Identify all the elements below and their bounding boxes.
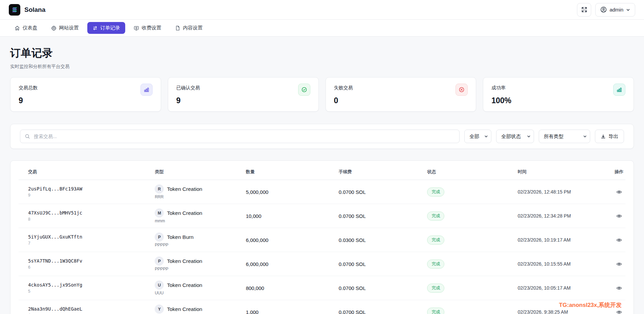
col-header-time: 时间 <box>515 163 604 180</box>
table-body: 2usPifLq...BFc193AW 9 R Token Creation R… <box>19 180 625 314</box>
type-select[interactable]: 所有类型 <box>539 130 590 143</box>
status-badge: 完成 <box>427 260 444 269</box>
status-badge: 完成 <box>427 308 444 314</box>
col-header-fee: 手续费 <box>336 163 425 180</box>
tab-content-settings[interactable]: 内容设置 <box>170 22 208 34</box>
page-title: 订单记录 <box>10 46 634 60</box>
status-badge: 完成 <box>427 187 444 197</box>
table-row: 47XsUJ9C...bMHV51jc 8 M Token Creation m… <box>19 204 625 228</box>
eye-icon <box>616 261 622 267</box>
fee-value: 0.0700 SOL <box>336 252 425 276</box>
tab-label: 订单记录 <box>101 25 120 31</box>
range-select[interactable]: 全部 <box>464 130 491 143</box>
amount-value: 800,000 <box>243 276 336 300</box>
token-avatar: U <box>155 281 164 290</box>
user-menu-button[interactable]: admin <box>595 3 635 17</box>
fee-value: 0.0700 SOL <box>336 180 425 204</box>
top-header: Solana admin <box>0 0 644 20</box>
stat-label: 交易总数 <box>19 84 38 91</box>
col-header-amount: 数量 <box>243 163 336 180</box>
tab-fee-settings[interactable]: 收费设置 <box>129 22 166 34</box>
tab-label: 内容设置 <box>183 25 203 31</box>
token-avatar: P <box>155 232 164 242</box>
token-symbol: RRR <box>155 195 240 199</box>
check-circle-icon <box>298 84 310 96</box>
amount-value: 6,000,000 <box>243 252 336 276</box>
expand-icon <box>581 7 587 13</box>
payment-icon <box>134 25 139 31</box>
swap-arrows-icon <box>92 25 98 31</box>
status-badge: 完成 <box>427 284 444 293</box>
fee-value: 0.0300 SOL <box>336 228 425 252</box>
eye-icon <box>616 309 622 314</box>
token-symbol: PPPPP <box>155 267 240 271</box>
time-value: 02/23/2026, 10:15:55 AM <box>515 252 604 276</box>
amount-value: 5,000,000 <box>243 180 336 204</box>
table-row: 2Naa3n9U...dQhEGaeL 4 Y Token Creation y… <box>19 300 625 314</box>
tab-order-records[interactable]: 订单记录 <box>87 22 125 34</box>
eye-icon <box>616 285 622 291</box>
brand: Solana <box>9 4 45 16</box>
status-select-wrap: 全部状态 <box>496 130 534 143</box>
tab-site-settings[interactable]: 网站设置 <box>46 22 84 34</box>
fee-value: 0.0700 SOL <box>336 204 425 228</box>
fee-value: 0.0700 SOL <box>336 276 425 300</box>
table-row: 5iYjuGUX...GxuKTftn 7 P Token Burn PPPPP… <box>19 228 625 252</box>
transaction-index: 6 <box>28 265 149 270</box>
eye-icon <box>616 213 622 219</box>
stat-card-confirmed-transactions: 已确认交易 9 <box>168 77 319 112</box>
transaction-type: Token Creation <box>167 306 202 312</box>
stat-label: 失败交易 <box>334 84 353 91</box>
status-badge: 完成 <box>427 211 444 221</box>
view-details-button[interactable] <box>615 212 623 220</box>
token-symbol: PPPPP <box>155 243 240 247</box>
search-input[interactable] <box>20 130 460 143</box>
view-details-button[interactable] <box>615 188 623 196</box>
home-icon <box>15 25 20 31</box>
tab-dashboard[interactable]: 仪表盘 <box>9 22 43 34</box>
transaction-hash: 5sYA7TND...1W3QC8Fv <box>28 258 149 264</box>
time-value: 02/23/2026, 12:48:15 PM <box>515 180 604 204</box>
search-wrap <box>20 130 460 143</box>
tab-label: 仪表盘 <box>23 25 38 31</box>
eye-icon <box>616 189 622 195</box>
export-button[interactable]: 导出 <box>595 130 624 143</box>
eye-icon <box>616 237 622 243</box>
user-icon <box>600 6 607 13</box>
col-header-status: 状态 <box>424 163 515 180</box>
time-value: 02/23/2026, 12:34:28 PM <box>515 204 604 228</box>
stat-value: 9 <box>176 96 310 105</box>
download-icon <box>601 134 606 139</box>
token-avatar: M <box>155 208 164 218</box>
stat-card-total-transactions: 交易总数 9 <box>10 77 161 112</box>
stat-label: 成功率 <box>491 84 506 91</box>
transaction-type: Token Creation <box>167 282 202 288</box>
brand-name: Solana <box>24 6 45 14</box>
user-name: admin <box>609 7 623 13</box>
table-row: 5sYA7TND...1W3QC8Fv 6 P Token Creation P… <box>19 252 625 276</box>
fullscreen-button[interactable] <box>577 3 591 17</box>
status-select[interactable]: 全部状态 <box>496 130 534 143</box>
transaction-type: Token Creation <box>167 186 202 192</box>
token-symbol: UUU <box>155 291 240 295</box>
time-value: 02/23/2026, 10:05:17 AM <box>515 276 604 300</box>
x-circle-icon <box>456 84 468 96</box>
time-value: 02/23/2026, 10:19:17 AM <box>515 228 604 252</box>
transaction-index: 9 <box>28 193 149 198</box>
bar-chart-icon <box>140 84 153 96</box>
tab-label: 网站设置 <box>59 25 79 31</box>
gear-icon <box>51 25 57 31</box>
view-details-button[interactable] <box>615 260 623 268</box>
stat-card-success-rate: 成功率 100% <box>483 77 634 112</box>
view-details-button[interactable] <box>615 284 623 292</box>
transaction-index: 5 <box>28 289 149 294</box>
stat-label: 已确认交易 <box>176 84 200 91</box>
view-details-button[interactable] <box>615 236 623 244</box>
chevron-down-icon <box>626 8 630 12</box>
amount-value: 1,000 <box>243 300 336 314</box>
col-header-type: 类型 <box>152 163 243 180</box>
amount-value: 6,000,000 <box>243 228 336 252</box>
range-select-wrap: 全部 <box>464 130 491 143</box>
fee-value: 0.0700 SOL <box>336 300 425 314</box>
col-header-transaction: 交易 <box>19 163 152 180</box>
